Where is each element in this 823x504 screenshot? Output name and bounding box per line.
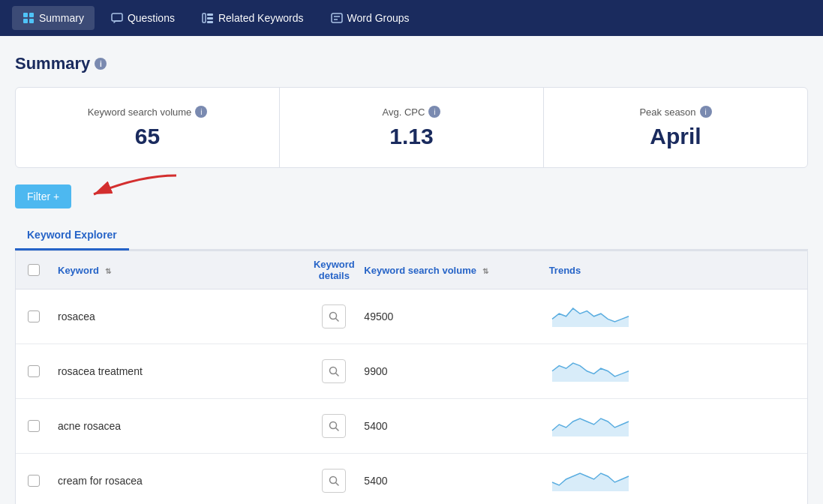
table-row: rosacea 49500 <box>16 290 807 344</box>
svg-rect-6 <box>207 14 213 16</box>
nav-item-questions[interactable]: Questions <box>101 6 185 30</box>
search-volume-info-icon[interactable]: i <box>195 106 207 118</box>
row-checkbox-col-0 <box>28 310 58 322</box>
search-icon <box>329 421 339 431</box>
header-keyword-label: Keyword <box>58 265 99 276</box>
row-volume-3: 5400 <box>364 475 548 487</box>
tab-keyword-explorer[interactable]: Keyword Explorer <box>15 221 129 250</box>
keyword-sort-icon[interactable]: ⇅ <box>105 267 111 275</box>
row-volume-2: 5400 <box>364 420 548 432</box>
row-trends-col-1 <box>549 355 795 388</box>
arrow-annotation <box>79 168 184 209</box>
header-keyword[interactable]: Keyword ⇅ <box>58 265 304 276</box>
header-volume[interactable]: Keyword search volume ⇅ <box>364 265 548 276</box>
svg-line-20 <box>336 483 339 486</box>
volume-sort-icon[interactable]: ⇅ <box>482 267 488 275</box>
table-rows-container: rosacea 49500 rosacea treatment <box>16 290 807 504</box>
nav-questions-label: Questions <box>128 12 175 24</box>
stat-card-search-volume: Keyword search volume i 65 <box>16 88 280 167</box>
message-icon <box>111 12 123 24</box>
svg-rect-1 <box>29 13 34 17</box>
svg-rect-7 <box>207 17 213 20</box>
summary-info-icon[interactable]: i <box>95 58 107 70</box>
header-trends-label: Trends <box>549 265 581 276</box>
nav-item-related-keywords[interactable]: Related Keywords <box>191 6 314 30</box>
row-details-col-3 <box>304 469 364 493</box>
peak-season-info-icon[interactable]: i <box>700 106 712 118</box>
row-checkbox-col-2 <box>28 420 58 432</box>
row-keyword-0: rosacea <box>58 310 304 322</box>
svg-line-14 <box>336 319 339 322</box>
header-trends: Trends <box>549 265 795 276</box>
row-keyword-3: cream for rosacea <box>58 475 304 487</box>
trend-chart <box>549 355 632 385</box>
tag-icon <box>331 12 343 24</box>
header-details: Keyword details <box>304 259 364 281</box>
header-details-label: Keyword details <box>314 259 355 281</box>
table-header: Keyword ⇅ Keyword details Keyword search… <box>16 251 807 290</box>
row-search-button-2[interactable] <box>322 414 346 438</box>
stat-value-avg-cpc: 1.13 <box>292 124 531 149</box>
row-search-button-0[interactable] <box>322 304 346 328</box>
nav-summary-label: Summary <box>39 12 84 24</box>
header-volume-label: Keyword search volume <box>364 265 476 276</box>
trend-chart <box>549 410 632 440</box>
nav-word-groups-label: Word Groups <box>347 12 410 24</box>
table-row: rosacea treatment 9900 <box>16 344 807 399</box>
row-search-button-3[interactable] <box>322 469 346 493</box>
select-all-checkbox[interactable] <box>28 264 40 276</box>
search-icon <box>329 311 339 322</box>
stat-label-peak-season: Peak season i <box>556 106 795 118</box>
row-keyword-1: rosacea treatment <box>58 365 304 377</box>
list-icon <box>202 12 214 24</box>
avg-cpc-info-icon[interactable]: i <box>428 106 440 118</box>
svg-rect-0 <box>23 13 28 17</box>
tabs-row: Keyword Explorer <box>15 221 808 250</box>
row-checkbox-1[interactable] <box>28 365 40 377</box>
nav-related-keywords-label: Related Keywords <box>218 12 304 24</box>
row-details-col-1 <box>304 359 364 383</box>
keywords-table: Keyword ⇅ Keyword details Keyword search… <box>15 250 808 504</box>
tab-keyword-explorer-label: Keyword Explorer <box>27 229 117 241</box>
svg-line-18 <box>336 428 339 431</box>
page-title: Summary i <box>15 54 808 74</box>
stat-value-search-volume: 65 <box>28 124 267 149</box>
stat-card-peak-season: Peak season i April <box>544 88 807 167</box>
trend-chart <box>549 300 632 330</box>
stats-row: Keyword search volume i 65 Avg. CPC i 1.… <box>15 87 808 168</box>
table-row: cream for rosacea 5400 <box>16 454 807 504</box>
row-checkbox-0[interactable] <box>28 310 40 322</box>
row-volume-1: 9900 <box>364 365 548 377</box>
row-keyword-2: acne rosacea <box>58 420 304 432</box>
row-checkbox-3[interactable] <box>28 475 40 487</box>
row-search-button-1[interactable] <box>322 359 346 383</box>
grid-icon <box>23 12 35 24</box>
top-navigation: Summary Questions Related Keywords <box>0 0 823 36</box>
svg-line-16 <box>336 374 339 376</box>
svg-rect-5 <box>203 14 206 22</box>
svg-rect-9 <box>332 14 342 22</box>
row-details-col-2 <box>304 414 364 438</box>
row-trends-col-0 <box>549 300 795 333</box>
row-trends-col-3 <box>549 464 795 497</box>
stat-label-search-volume: Keyword search volume i <box>28 106 267 118</box>
row-volume-0: 49500 <box>364 310 548 322</box>
trend-chart <box>549 464 632 494</box>
page-content: Summary i Keyword search volume i 65 Avg… <box>0 36 823 504</box>
stat-label-avg-cpc: Avg. CPC i <box>292 106 531 118</box>
filter-area: Filter + <box>15 183 808 209</box>
row-checkbox-col-3 <box>28 475 58 487</box>
filter-button[interactable]: Filter + <box>15 184 71 208</box>
stat-card-avg-cpc: Avg. CPC i 1.13 <box>280 88 544 167</box>
svg-rect-4 <box>112 14 122 21</box>
row-checkbox-col-1 <box>28 365 58 377</box>
row-details-col-0 <box>304 304 364 328</box>
nav-item-word-groups[interactable]: Word Groups <box>320 6 420 30</box>
row-checkbox-2[interactable] <box>28 420 40 432</box>
nav-item-summary[interactable]: Summary <box>12 6 95 30</box>
stat-value-peak-season: April <box>556 124 795 149</box>
search-icon <box>329 366 339 376</box>
svg-rect-8 <box>207 21 213 23</box>
row-trends-col-2 <box>549 410 795 442</box>
page-title-text: Summary <box>15 54 90 74</box>
